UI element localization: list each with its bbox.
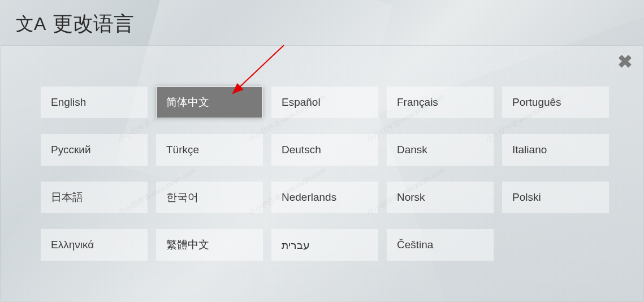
language-option-greek[interactable]: Ελληνικά (41, 229, 148, 261)
language-option-german[interactable]: Deutsch (271, 134, 378, 166)
language-option-norwegian[interactable]: Norsk (387, 182, 494, 213)
close-button[interactable]: ✖ (617, 53, 633, 71)
language-option-japanese[interactable]: 日本語 (41, 182, 148, 213)
language-option-danish[interactable]: Dansk (387, 134, 494, 166)
language-grid: English 简体中文 Español Français Português … (41, 87, 609, 261)
language-option-dutch[interactable]: Nederlands (271, 182, 378, 213)
language-option-portuguese[interactable]: Português (502, 87, 609, 118)
language-option-italian[interactable]: Italiano (502, 134, 609, 166)
content-panel: ✖ English 简体中文 Español Français Portuguê… (1, 45, 643, 301)
language-option-traditional-chinese[interactable]: 繁體中文 (156, 229, 263, 261)
language-option-korean[interactable]: 한국어 (156, 182, 263, 213)
translate-icon: 文A (16, 12, 46, 37)
language-option-english[interactable]: English (41, 87, 148, 118)
language-option-simplified-chinese[interactable]: 简体中文 (156, 87, 263, 118)
page-title: 更改语言 (53, 10, 134, 38)
language-option-polish[interactable]: Polski (502, 182, 609, 213)
language-option-russian[interactable]: Русский (41, 134, 148, 166)
language-option-hebrew[interactable]: עברית (271, 229, 378, 261)
language-option-czech[interactable]: Čeština (387, 229, 494, 261)
header: 文A 更改语言 (16, 10, 134, 38)
language-option-french[interactable]: Français (387, 87, 494, 118)
language-option-turkish[interactable]: Türkçe (156, 134, 263, 166)
language-option-spanish[interactable]: Español (271, 87, 378, 118)
